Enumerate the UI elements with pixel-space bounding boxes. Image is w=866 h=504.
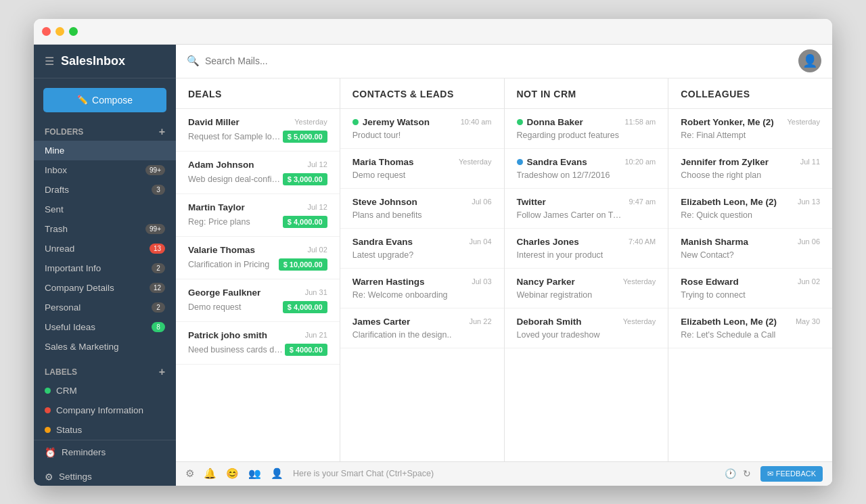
mail-date: 10:20 am (624, 158, 656, 166)
label-company-information[interactable]: Company Information (34, 400, 176, 420)
sender-name: James Carter (352, 317, 411, 327)
refresh-icon[interactable]: ↻ (743, 468, 751, 479)
mail-date: Jul 12 (307, 203, 327, 211)
contact-item[interactable]: James Carter Jun 22 Clarification in the… (340, 308, 504, 348)
sidebar-item-sent[interactable]: Sent (34, 200, 176, 219)
label-crm[interactable]: CRM (34, 381, 176, 400)
sidebar-item-important-info[interactable]: Important Info 2 (34, 258, 176, 278)
sidebar-item-sales-marketing[interactable]: Sales & Marketing (34, 337, 176, 357)
folder-name: Sales & Marketing (45, 342, 165, 352)
contact-dot (517, 159, 523, 165)
important-badge: 2 (152, 263, 165, 273)
colleague-item[interactable]: Elizabeth Leon, Me (2) Jun 13 Re: Quick … (668, 189, 832, 229)
deal-item[interactable]: Adam Johnson Jul 12 Web design deal-conf… (176, 152, 340, 194)
deals-column: DEALS David Miller Yesterday Request for… (176, 78, 340, 461)
mail-date: 9:47 am (629, 198, 656, 206)
sidebar-item-inbox[interactable]: Inbox 99+ (34, 160, 176, 180)
minimize-button[interactable] (55, 27, 64, 36)
mail-date: 11:58 am (624, 118, 656, 126)
sidebar-item-personal[interactable]: Personal 2 (34, 298, 176, 317)
mail-preview: Clarification in the design.. (352, 330, 461, 340)
compose-button[interactable]: ✏️ Compose (43, 88, 166, 112)
colleague-item[interactable]: Jennifer from Zylker Jul 11 Choose the r… (668, 149, 832, 189)
mail-date: Jun 04 (469, 237, 491, 246)
settings-item[interactable]: ⚙ Settings (34, 465, 176, 486)
person-icon[interactable]: 👤 (271, 467, 283, 480)
mail-preview: Choose the right plan (681, 170, 789, 180)
deal-amount: $ 3,000.00 (283, 173, 327, 185)
sender-name: Martin Taylor (188, 202, 245, 212)
not-in-crm-item[interactable]: Charles Jones 7:40 AM Interest in your p… (505, 229, 668, 269)
mail-date: Jun 02 (798, 277, 820, 285)
mail-preview: Latest upgrade? (352, 250, 461, 260)
colleague-item[interactable]: Robert Yonker, Me (2) Yesterday Re: Fina… (668, 109, 832, 149)
contact-item[interactable]: Maria Thomas Yesterday Demo request (340, 149, 504, 189)
settings-bottom-icon[interactable]: ⚙ (185, 467, 194, 480)
feedback-button[interactable]: ✉ FEEDBACK (760, 466, 823, 482)
add-folder-icon[interactable]: + (159, 126, 165, 138)
feedback-label: FEEDBACK (776, 469, 816, 478)
clock-icon[interactable]: 🕐 (725, 468, 736, 479)
traffic-lights (42, 27, 78, 36)
label-status[interactable]: Status (34, 420, 176, 440)
sidebar-item-useful-ideas[interactable]: Useful Ideas 8 (34, 317, 176, 337)
not-in-crm-item[interactable]: Nancy Parker Yesterday Webinar registrat… (505, 269, 668, 308)
sidebar-item-mine[interactable]: Mine (34, 141, 176, 160)
not-in-crm-item[interactable]: Deborah Smith Yesterday Loved your trade… (505, 308, 668, 348)
mail-date: Jun 22 (469, 317, 491, 325)
personal-badge: 2 (152, 302, 165, 313)
mail-preview: Product tour! (352, 131, 461, 140)
maximize-button[interactable] (69, 27, 78, 36)
deal-item[interactable]: Valarie Thomas Jul 02 Clarification in P… (176, 237, 340, 279)
not-in-crm-item[interactable]: Sandra Evans 10:20 am Tradeshow on 12/7/… (505, 149, 668, 189)
mail-date: Jul 03 (472, 277, 491, 285)
company-info-dot (45, 407, 51, 413)
mail-date: Jun 21 (305, 331, 327, 339)
sidebar-item-unread[interactable]: Unread 13 (34, 239, 176, 258)
smiley-icon[interactable]: 😊 (226, 467, 239, 480)
folder-name: Trash (45, 224, 145, 234)
mail-date: Yesterday (623, 277, 656, 285)
mail-preview: Request for Sample logo... (188, 132, 283, 141)
not-in-crm-item[interactable]: Twitter 9:47 am Follow James Carter on T… (505, 189, 668, 229)
deals-items: David Miller Yesterday Request for Sampl… (176, 109, 340, 461)
sender-name: Warren Hastings (352, 277, 425, 287)
colleague-item[interactable]: Elizabeth Leon, Me (2) May 30 Re: Let's … (668, 308, 832, 348)
sender-name: Steve Johnson (352, 197, 417, 207)
contacts-title: CONTACTS & LEADS (352, 89, 454, 99)
colleague-item[interactable]: Rose Edward Jun 02 Trying to connect (668, 269, 832, 308)
contact-dot (517, 119, 523, 125)
deal-item[interactable]: David Miller Yesterday Request for Sampl… (176, 109, 340, 152)
deal-item[interactable]: George Faulkner Jun 31 Demo request $ 4,… (176, 279, 340, 322)
contact-item[interactable]: Warren Hastings Jul 03 Re: Welcome onboa… (340, 269, 504, 308)
mail-date: Jul 02 (307, 246, 327, 254)
app-body: ☰ SalesInbox ✏️ Compose Folders + Mine I… (34, 45, 832, 486)
contact-item[interactable]: Jeremy Watson 10:40 am Product tour! (340, 109, 504, 149)
compose-label: Compose (92, 95, 133, 106)
bell-icon[interactable]: 🔔 (204, 467, 216, 480)
sender-name: Sandra Evans (352, 237, 413, 247)
search-input[interactable] (205, 55, 793, 66)
add-label-icon[interactable]: + (159, 366, 165, 378)
mail-date: Jul 12 (307, 160, 327, 168)
colleagues-column: COLLEAGUES Robert Yonker, Me (2) Yesterd… (668, 78, 832, 461)
contact-item[interactable]: Steve Johnson Jul 06 Plans and benefits (340, 189, 504, 229)
people-icon[interactable]: 👥 (248, 467, 261, 480)
deal-item[interactable]: Martin Taylor Jul 12 Reg: Price plans $ … (176, 194, 340, 237)
sidebar-item-drafts[interactable]: Drafts 3 (34, 180, 176, 200)
mail-preview: Follow James Carter on Twitter! (517, 210, 625, 220)
sender-name: Elizabeth Leon, Me (2) (681, 197, 777, 207)
not-in-crm-item[interactable]: Donna Baker 11:58 am Regarding product f… (505, 109, 668, 149)
mine-label: Mine (45, 145, 165, 156)
sidebar-item-company-details[interactable]: Company Details 12 (34, 278, 176, 298)
folder-name: Personal (45, 302, 152, 313)
colleague-item[interactable]: Manish Sharma Jun 06 New Contact? (668, 229, 832, 269)
contact-item[interactable]: Sandra Evans Jun 04 Latest upgrade? (340, 229, 504, 269)
user-avatar[interactable]: 👤 (798, 49, 821, 72)
hamburger-icon[interactable]: ☰ (45, 55, 54, 68)
sidebar-item-trash[interactable]: Trash 99+ (34, 219, 176, 239)
reminders-item[interactable]: ⏰ Reminders (34, 440, 176, 465)
close-button[interactable] (42, 27, 51, 36)
titlebar (34, 19, 832, 45)
deal-item[interactable]: Patrick joho smith Jun 21 Need business … (176, 322, 340, 365)
